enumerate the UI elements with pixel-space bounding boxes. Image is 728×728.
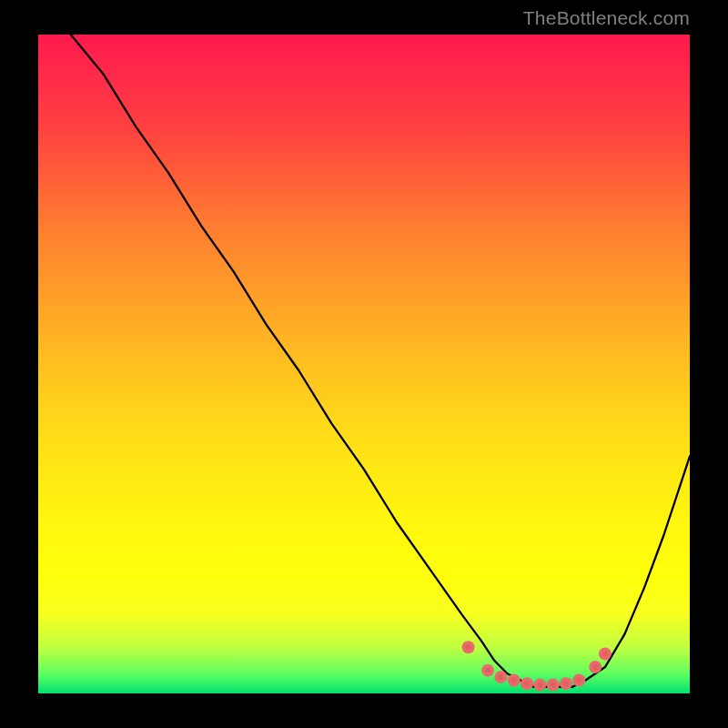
marker-dot-core (550, 682, 555, 687)
marker-dot-core (485, 667, 490, 672)
bottleneck-curve (71, 35, 690, 687)
marker-dot (508, 674, 521, 687)
marker-dots (462, 641, 612, 691)
marker-dot (589, 661, 602, 673)
marker-dot-core (602, 651, 608, 656)
curve-path (71, 35, 690, 687)
marker-dot-core (524, 681, 530, 686)
marker-dot-core (498, 674, 503, 680)
marker-dot-core (511, 677, 516, 682)
marker-dot-core (537, 682, 542, 687)
marker-dot (533, 679, 546, 692)
marker-dot (547, 679, 560, 692)
marker-dot-core (576, 677, 581, 682)
marker-dot-core (465, 644, 470, 650)
chart-svg (38, 35, 690, 693)
plot-area (38, 35, 690, 693)
marker-dot (462, 641, 475, 653)
marker-dot (572, 674, 585, 687)
attribution-text: TheBottleneck.com (523, 7, 690, 29)
marker-dot (560, 677, 572, 690)
marker-dot (521, 677, 533, 690)
marker-dot (481, 664, 494, 677)
marker-dot (494, 671, 507, 683)
marker-dot-core (592, 664, 598, 670)
marker-dot (599, 648, 612, 661)
marker-dot-core (563, 681, 569, 686)
chart-frame: TheBottleneck.com (0, 0, 728, 728)
